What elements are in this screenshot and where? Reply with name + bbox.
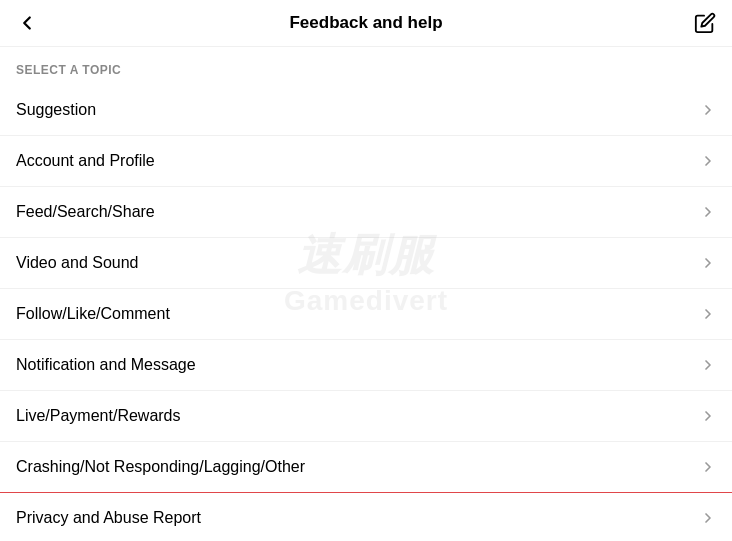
menu-item-follow-like-comment[interactable]: Follow/Like/Comment bbox=[0, 289, 732, 340]
menu-item-label-live-payment-rewards: Live/Payment/Rewards bbox=[16, 407, 181, 425]
menu-item-label-video-sound: Video and Sound bbox=[16, 254, 138, 272]
menu-item-privacy-abuse[interactable]: Privacy and Abuse Report bbox=[0, 493, 732, 541]
menu-item-live-payment-rewards[interactable]: Live/Payment/Rewards bbox=[0, 391, 732, 442]
menu-item-account-profile[interactable]: Account and Profile bbox=[0, 136, 732, 187]
chevron-icon-feed-search-share bbox=[700, 204, 716, 220]
chevron-icon-crashing bbox=[700, 459, 716, 475]
menu-item-video-sound[interactable]: Video and Sound bbox=[0, 238, 732, 289]
menu-item-label-notification-message: Notification and Message bbox=[16, 356, 196, 374]
menu-item-label-suggestion: Suggestion bbox=[16, 101, 96, 119]
section-label: SELECT A TOPIC bbox=[0, 47, 732, 85]
chevron-icon-live-payment-rewards bbox=[700, 408, 716, 424]
chevron-icon-suggestion bbox=[700, 102, 716, 118]
menu-item-label-crashing: Crashing/Not Responding/Lagging/Other bbox=[16, 458, 305, 476]
chevron-icon-privacy-abuse bbox=[700, 510, 716, 526]
menu-item-label-follow-like-comment: Follow/Like/Comment bbox=[16, 305, 170, 323]
chevron-icon-follow-like-comment bbox=[700, 306, 716, 322]
page-title: Feedback and help bbox=[289, 13, 442, 33]
menu-item-crashing[interactable]: Crashing/Not Responding/Lagging/Other bbox=[0, 442, 732, 493]
menu-item-notification-message[interactable]: Notification and Message bbox=[0, 340, 732, 391]
back-button[interactable] bbox=[16, 12, 38, 34]
menu-item-feed-search-share[interactable]: Feed/Search/Share bbox=[0, 187, 732, 238]
header: Feedback and help bbox=[0, 0, 732, 47]
edit-button[interactable] bbox=[694, 12, 716, 34]
menu-item-label-feed-search-share: Feed/Search/Share bbox=[16, 203, 155, 221]
menu-item-suggestion[interactable]: Suggestion bbox=[0, 85, 732, 136]
menu-item-label-account-profile: Account and Profile bbox=[16, 152, 155, 170]
chevron-icon-notification-message bbox=[700, 357, 716, 373]
chevron-icon-video-sound bbox=[700, 255, 716, 271]
menu-list: SuggestionAccount and ProfileFeed/Search… bbox=[0, 85, 732, 541]
chevron-icon-account-profile bbox=[700, 153, 716, 169]
menu-item-label-privacy-abuse: Privacy and Abuse Report bbox=[16, 509, 201, 527]
